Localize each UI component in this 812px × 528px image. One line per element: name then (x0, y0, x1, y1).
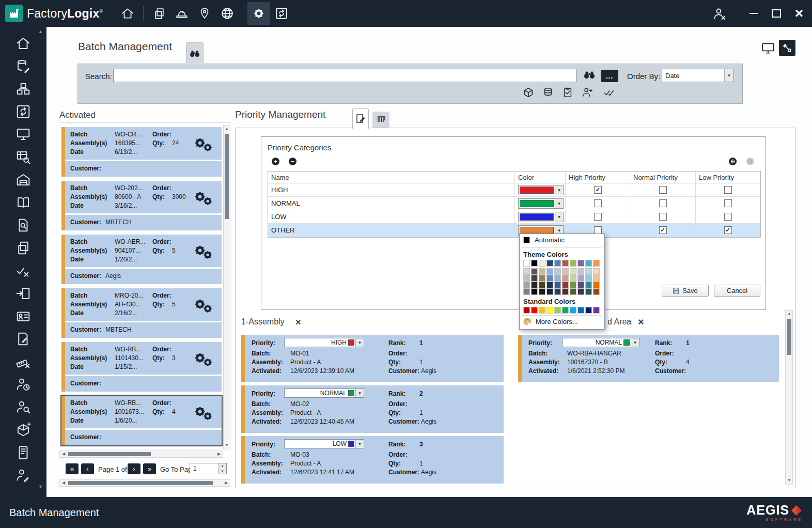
home-button[interactable] (116, 2, 139, 25)
low-priority-checkbox[interactable]: ✓ (724, 186, 732, 194)
theme-color-swatch[interactable] (570, 260, 576, 267)
scrollbar-thumb[interactable] (787, 319, 791, 355)
assembly-batch-card[interactable]: Priority: HIGH▾ Batch:MO-01 Assembly:Pro… (241, 335, 504, 382)
scroll-left-icon[interactable]: ◀ (60, 480, 67, 486)
theme-color-swatch[interactable] (593, 288, 600, 295)
more-options-button[interactable]: ... (601, 70, 618, 82)
theme-color-swatch[interactable] (539, 288, 545, 295)
scroll-up-icon[interactable]: ▲ (786, 311, 792, 317)
filter-customer-button[interactable] (582, 87, 594, 99)
normal-priority-checkbox[interactable]: ✓ (659, 213, 667, 221)
standard-color-swatch[interactable] (546, 307, 553, 314)
filter-lots-button[interactable] (542, 87, 555, 99)
settings-button-selected[interactable] (247, 2, 270, 25)
spinner-up-icon[interactable]: ▲ (218, 463, 226, 469)
scroll-down-icon[interactable]: ▼ (224, 442, 230, 448)
gears-icon[interactable] (193, 137, 214, 153)
maximize-button[interactable] (768, 6, 785, 21)
normal-priority-checkbox[interactable]: ✓ (659, 226, 667, 234)
sidebar-item-document-search[interactable] (12, 217, 35, 234)
filter-product-button[interactable] (523, 87, 535, 99)
high-priority-checkbox[interactable]: ✓ (594, 226, 602, 234)
sidebar-item-data-search[interactable] (12, 149, 35, 165)
sections-vertical-scrollbar[interactable]: ▲ ▼ (785, 310, 793, 485)
search-input[interactable] (113, 69, 576, 82)
tab-search-view[interactable] (186, 42, 204, 63)
priority-dropdown[interactable]: NORMAL▾ (562, 338, 639, 347)
scrollbar-thumb[interactable] (68, 452, 151, 456)
standard-color-swatch[interactable] (577, 307, 584, 314)
standard-color-swatch[interactable] (554, 307, 561, 314)
theme-color-swatch[interactable] (577, 260, 584, 267)
theme-color-swatch[interactable] (570, 288, 576, 295)
color-dropdown[interactable]: ▾ (518, 198, 564, 209)
theme-color-swatch[interactable] (570, 275, 576, 282)
theme-color-swatch[interactable] (531, 282, 538, 288)
sidebar-item-device[interactable] (12, 444, 35, 461)
batch-card[interactable]: BatchWO-RB... Assembly(s)1001673... Date… (61, 396, 222, 445)
hand-toggle-button[interactable] (746, 158, 754, 165)
theme-color-swatch[interactable] (585, 268, 592, 275)
sidebar-item-person-time[interactable] (12, 376, 35, 393)
theme-color-swatch[interactable] (531, 288, 538, 295)
theme-color-swatch[interactable] (523, 260, 530, 267)
high-priority-checkbox[interactable]: ✓ (594, 186, 602, 194)
first-page-button[interactable]: « (66, 463, 79, 474)
theme-color-swatch[interactable] (577, 282, 584, 288)
low-priority-checkbox[interactable]: ✓ (724, 199, 732, 207)
color-dropdown[interactable]: ▾ (518, 212, 564, 222)
goto-page-input[interactable]: 1 ▲▼ (190, 463, 227, 474)
sidebar-item-verification[interactable] (12, 262, 35, 279)
sidebar-item-person-search[interactable] (12, 399, 35, 415)
sidebar-item-stations[interactable] (12, 126, 35, 143)
area-batch-card[interactable]: Priority: NORMAL▾ Batch:WO-RBA-HANGAR As… (518, 335, 779, 382)
theme-color-swatch[interactable] (523, 288, 530, 295)
globe-toggle-button[interactable] (729, 158, 737, 165)
theme-color-swatch[interactable] (554, 282, 561, 288)
sidebar-item-library[interactable] (12, 194, 35, 211)
standard-color-swatch[interactable] (523, 307, 530, 314)
scroll-right-icon[interactable]: ▶ (216, 451, 222, 457)
theme-color-swatch[interactable] (577, 268, 584, 275)
normal-priority-checkbox[interactable]: ✓ (659, 199, 667, 207)
minimize-button[interactable] (745, 6, 762, 21)
standard-color-swatch[interactable] (593, 307, 600, 314)
batch-card[interactable]: BatchMRO-20... Assembly(s)AH-430... Date… (61, 288, 222, 338)
activated-horizontal-scrollbar[interactable]: ◀ ▶ (59, 451, 223, 458)
scrollbar-thumb[interactable] (68, 481, 213, 485)
gears-icon[interactable] (193, 245, 214, 260)
sidebar-item-shipment[interactable] (12, 422, 35, 438)
theme-color-swatch[interactable] (585, 288, 592, 295)
priority-dropdown[interactable]: NORMAL▾ (284, 389, 364, 398)
theme-color-swatch[interactable] (546, 282, 553, 288)
edit-views-button-selected[interactable] (779, 40, 795, 56)
high-priority-checkbox[interactable]: ✓ (594, 213, 602, 221)
theme-color-swatch[interactable] (531, 260, 538, 267)
save-button[interactable]: Save (662, 285, 709, 297)
theme-color-swatch[interactable] (554, 288, 561, 295)
theme-color-swatch[interactable] (523, 282, 530, 288)
low-priority-checkbox[interactable]: ✓ (724, 226, 732, 234)
filter-status-button[interactable] (603, 87, 615, 99)
user-logout-button[interactable] (708, 2, 730, 25)
priority-dropdown[interactable]: LOW▾ (284, 439, 364, 448)
more-colors-item[interactable]: More Colors... (520, 316, 604, 328)
tab-ranking[interactable] (372, 112, 389, 128)
remove-category-button[interactable]: − (289, 158, 296, 165)
history-button[interactable] (270, 2, 293, 25)
sidebar-item-data-edit[interactable] (12, 58, 35, 74)
theme-color-swatch[interactable] (523, 268, 530, 275)
theme-color-swatch[interactable] (577, 275, 584, 282)
sidebar-scroll-up-icon[interactable]: ▲ (38, 29, 43, 34)
theme-color-swatch[interactable] (593, 282, 600, 288)
sidebar-item-person-edit[interactable] (12, 467, 35, 484)
theme-color-swatch[interactable] (585, 282, 592, 288)
sidebar-item-copies[interactable] (12, 240, 35, 256)
sidebar-item-measure[interactable] (12, 353, 35, 370)
theme-color-swatch[interactable] (554, 275, 561, 282)
last-page-button[interactable]: » (143, 463, 156, 474)
sidebar-item-document-edit[interactable] (12, 331, 35, 347)
theme-color-swatch[interactable] (570, 268, 576, 275)
color-dropdown[interactable]: ▾ (518, 185, 564, 195)
scroll-up-icon[interactable]: ▲ (224, 126, 230, 132)
